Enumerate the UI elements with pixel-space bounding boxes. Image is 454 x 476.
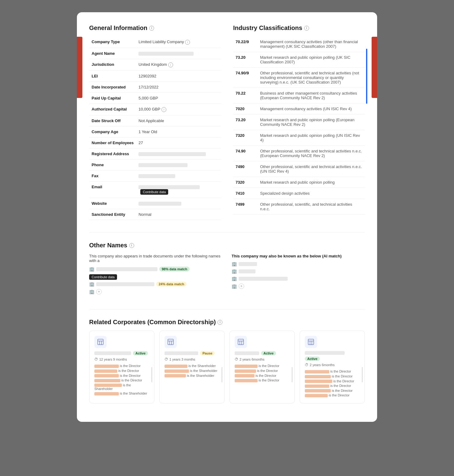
industry-desc: Other professional, scientific and techn… [258,161,365,177]
building-icon-2: 🏢 [89,282,94,287]
person-item: is the Director [94,369,149,373]
person-name [94,392,119,395]
other-names-section: Other Names i This company also appears … [89,242,365,297]
industry-code: 7320 [233,177,258,188]
svg-rect-8 [238,339,244,345]
other-name-add: 🏢 + [89,289,222,294]
info-value: 10,000 GBPi [136,104,221,115]
contribute-tooltip[interactable]: Contribute data [89,274,117,280]
corp-name [305,351,345,355]
person-name [305,380,332,383]
info-value: 1 Year Old [136,126,221,137]
person-name [94,379,120,382]
corp-duration: ⏱ 2 years 6months [305,363,360,367]
add-ai-name-icon[interactable]: + [239,283,244,289]
industry-info-icon[interactable]: i [304,26,309,31]
industry-code: 74.90 [233,146,258,161]
info-label: Sanctioned Entity [89,209,136,220]
person-name [235,379,258,382]
person-name [94,369,117,373]
person-role: is the Director [256,369,278,373]
match-badge-1: 98% data match [159,267,190,272]
other-name-item-1: 🏢 98% data match [89,267,222,272]
main-container: General Information i Company TypeLimite… [77,12,377,422]
clock-icon: ⏱ [235,357,238,362]
corp-card: Active⏱ 2 years 6months is the Director … [229,331,295,403]
person-item: is the Director [305,379,360,383]
ai-name-item-3: 🏢 [232,276,365,281]
other-names-desc: This company also appears in trade docum… [89,254,222,263]
industry-code: 70.22 [233,88,258,103]
info-label: Date Struck Off [89,115,136,126]
info-label: Paid Up Capital [89,93,136,104]
person-item: is the Shareholder [94,383,149,391]
industry-section: Industry Classifications i 70.22/9Manage… [233,24,365,220]
corp-building-icon [165,336,177,348]
person-name [305,370,329,373]
person-name [165,369,189,373]
corp-duration: ⏱ 12 years 9 months [94,357,149,362]
clock-icon: ⏱ [305,363,308,367]
corp-name [94,351,131,355]
corp-building-icon [94,336,107,348]
scroll-indicator [292,367,293,382]
general-info-icon[interactable]: i [149,26,154,31]
svg-rect-0 [98,339,103,345]
info-value: United Kingdomi [136,59,221,71]
status-badge: Pause [200,351,215,355]
person-name [305,389,331,392]
building-icon-3: 🏢 [89,289,94,294]
person-role: is the Director [331,389,353,392]
related-info-icon[interactable]: i [218,320,222,325]
related-section: Related Corporates (Common Directorship)… [89,319,365,403]
corp-header: Active [94,351,149,355]
building-icon-ai-4: 🏢 [232,284,237,289]
info-value: Limited Liability Companyi [136,36,221,48]
red-accent-left [77,37,82,98]
scrollbar[interactable] [366,49,367,104]
person-name [235,365,258,368]
other-names-info-icon[interactable]: i [129,243,134,248]
person-name [94,384,122,387]
person-role: is the Director [331,374,353,378]
add-name-icon[interactable]: + [96,289,102,294]
other-names-left: This company also appears in trade docum… [89,254,222,297]
general-info-section: General Information i Company TypeLimite… [89,24,221,220]
person-item: is the Shareholder [165,364,219,368]
person-role: is the Director [329,369,351,373]
corp-card: Active⏱ 2 years 6months is the Director … [300,331,365,403]
info-label: Fax [89,171,136,182]
industry-desc: Market research and public opinion polli… [258,177,365,188]
person-name [235,374,255,377]
top-grid: General Information i Company TypeLimite… [89,24,365,220]
industry-desc: Management consultancy activities (UN IS… [258,103,365,114]
other-name-blur-1 [96,267,157,271]
svg-rect-4 [168,339,173,345]
building-icon-ai-2: 🏢 [232,269,237,274]
info-label: Email [89,182,136,198]
corp-building-icon [235,336,247,348]
building-icon-ai-1: 🏢 [232,261,237,266]
person-role: is the Shareholder [119,392,147,395]
industry-desc: Market research and public opinion polli… [258,52,365,68]
person-name [94,374,119,377]
industry-title: Industry Classifications i [233,24,365,32]
person-item: is the Director [235,364,289,368]
info-label: Company Age [89,126,136,137]
contribute-data-tooltip[interactable]: Contribute data [140,189,168,195]
industry-desc: Market research and public opinion polli… [258,130,365,146]
info-label: Company Type [89,36,136,48]
industry-desc: Market research and public opinion polli… [258,114,365,130]
industry-code: 73.20 [233,114,258,130]
person-item: is the Director [94,374,149,378]
person-role: is the Shareholder [186,374,214,377]
info-label: Phone [89,159,136,171]
industry-code: 7410 [233,188,258,199]
industry-table: 70.22/9Management consultancy activities… [233,36,365,215]
person-role: is the Director [258,378,279,382]
person-name [165,374,186,377]
info-value: Not Applicable [136,115,221,126]
clock-icon: ⏱ [94,357,98,362]
person-role: is the Director [328,393,350,397]
person-role: is the Director [255,374,276,377]
